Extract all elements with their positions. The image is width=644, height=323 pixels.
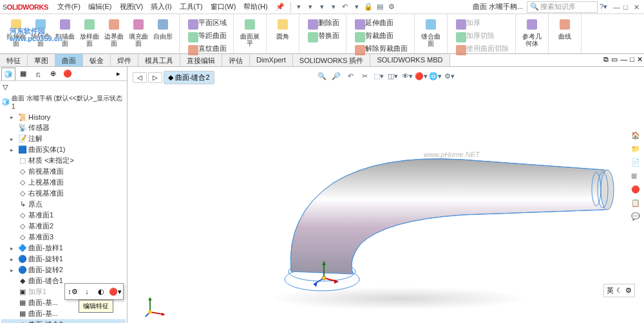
filter-icon[interactable]: ▽: [3, 83, 8, 91]
select-icon[interactable]: ▾: [351, 1, 363, 13]
graphics-viewport[interactable]: ◁ ▷ ◆ 曲面-缝合2 🔍 🔎 ↶ ✂ ⬚▾ ◫▾ 👁▾ 🔴▾ 🌐▾ ⚙▾: [128, 67, 644, 323]
appearance-icon[interactable]: 🔴▾: [109, 285, 122, 298]
tab-DimXpert[interactable]: DimXpert: [250, 54, 293, 66]
ribbon-直纹曲面[interactable]: 直纹曲面: [185, 42, 228, 54]
search-knowledge-base[interactable]: 🔍 搜索知识库: [527, 1, 598, 13]
help-icon[interactable]: ?▾: [598, 1, 609, 13]
print-icon[interactable]: ▾: [328, 1, 339, 13]
feature-tree-tab-icon[interactable]: 🧊: [1, 68, 15, 80]
tree-item[interactable]: ▸🟦曲面实体(1): [1, 144, 126, 155]
zoom-fit-icon[interactable]: 🔍: [316, 69, 328, 82]
ime-gear-icon[interactable]: ⚙: [625, 286, 632, 295]
config-tab-icon[interactable]: ⎌: [31, 68, 45, 80]
tab-模具工具[interactable]: 模具工具: [138, 54, 180, 66]
new-icon[interactable]: ▾: [293, 1, 305, 13]
ribbon-加厚[interactable]: 加厚: [453, 17, 510, 28]
ribbon-填充曲面[interactable]: 填充曲面: [126, 15, 151, 52]
ime-lang[interactable]: 英: [607, 286, 614, 295]
ribbon-扫描曲面[interactable]: 扫描曲面: [53, 15, 77, 52]
mdi-min-icon[interactable]: ▭: [611, 55, 618, 64]
breadcrumb-back-icon[interactable]: ◁: [133, 72, 147, 83]
tree-item[interactable]: ◇前视基准面: [1, 166, 126, 177]
mdi-max-icon[interactable]: —: [620, 55, 627, 64]
suppress-icon[interactable]: ↓: [80, 285, 93, 298]
ribbon-旋转曲面[interactable]: 旋转曲面: [28, 15, 53, 52]
edit-feature-icon[interactable]: ↕⚙: [66, 285, 79, 298]
ribbon-曲线[interactable]: 曲线: [553, 15, 577, 41]
ribbon-自由形[interactable]: 自由形: [151, 15, 175, 52]
tree-item[interactable]: ▸📜History: [1, 112, 126, 122]
design-lib-tab-icon[interactable]: 📁: [631, 145, 643, 156]
appearances-tab-icon[interactable]: 🔴: [631, 185, 643, 197]
ribbon-边界曲面[interactable]: 边界曲面: [102, 15, 126, 52]
view-triad[interactable]: [144, 295, 167, 318]
save-icon[interactable]: ▾: [316, 1, 328, 13]
menu-window[interactable]: 窗口(W): [207, 1, 240, 13]
mdi-restore-icon[interactable]: ⧉: [603, 55, 609, 64]
rebuild-icon[interactable]: 🔒: [363, 1, 374, 13]
open-icon[interactable]: ▾: [305, 1, 316, 13]
breadcrumb-current[interactable]: ◆ 曲面-缝合2: [164, 71, 214, 84]
tab-SOLIDWORKS MBD[interactable]: SOLIDWORKS MBD: [370, 54, 450, 66]
menu-help[interactable]: 帮助(H): [240, 1, 271, 13]
tab-特征[interactable]: 特征: [0, 54, 28, 66]
tab-曲面[interactable]: 曲面: [55, 54, 83, 66]
close-icon[interactable]: ✕: [634, 3, 641, 11]
menu-tools[interactable]: 工具(T): [176, 1, 207, 13]
menu-view[interactable]: 视图(V): [116, 1, 147, 13]
ime-moon-icon[interactable]: ☾: [616, 286, 623, 295]
ribbon-圆角[interactable]: 圆角: [270, 15, 295, 41]
ime-status-bar[interactable]: 英 ☾ ⚙: [603, 284, 635, 297]
tree-item[interactable]: ▸🔵曲面-旋转2: [1, 264, 126, 275]
ribbon-加厚切除[interactable]: 加厚切除: [453, 30, 510, 41]
tree-item[interactable]: ⬚材质 <未指定>: [1, 155, 126, 166]
tree-item[interactable]: ◇右视基准面: [1, 188, 126, 199]
apply-scene-icon[interactable]: 🌐▾: [429, 69, 442, 82]
ribbon-替换面[interactable]: 替换面: [305, 30, 341, 41]
ribbon-曲面展平[interactable]: 曲面展平: [238, 15, 262, 48]
breadcrumb-fwd-icon[interactable]: ▷: [148, 72, 162, 83]
tree-item[interactable]: ▸🔷曲面-放样1: [1, 243, 126, 254]
ribbon-缝合曲面[interactable]: 缝合曲面: [419, 15, 443, 48]
maximize-icon[interactable]: □: [623, 3, 631, 11]
ribbon-使用曲面切除[interactable]: 使用曲面切除: [453, 42, 510, 54]
tree-item[interactable]: ◇基准面3: [1, 232, 126, 243]
ribbon-解除剪裁曲面[interactable]: 解除剪裁曲面: [352, 42, 409, 54]
settings-icon[interactable]: ⚙: [386, 1, 397, 13]
zoom-area-icon[interactable]: 🔎: [330, 69, 343, 82]
tree-item[interactable]: ↳原点: [1, 199, 126, 210]
menu-edit[interactable]: 编辑(E): [84, 1, 116, 13]
ribbon-剪裁曲面[interactable]: 剪裁曲面: [352, 30, 409, 41]
view-settings-icon[interactable]: ⚙▾: [443, 69, 456, 82]
tab-焊件[interactable]: 焊件: [111, 54, 138, 66]
tab-评估[interactable]: 评估: [222, 54, 250, 66]
edit-appearance-icon[interactable]: 🔴▾: [415, 69, 428, 82]
custom-props-tab-icon[interactable]: 📋: [631, 199, 643, 210]
minimize-icon[interactable]: —: [613, 3, 621, 11]
ribbon-参考几何体[interactable]: 参考几何体: [520, 15, 544, 48]
file-explorer-tab-icon[interactable]: 📄: [631, 158, 643, 170]
menu-insert[interactable]: 插入(I): [147, 1, 175, 13]
display-style-icon[interactable]: ◫▾: [386, 69, 399, 82]
ribbon-放样曲面[interactable]: 放样曲面: [77, 15, 102, 52]
options-dropdown-icon[interactable]: ▤: [374, 1, 386, 13]
tree-root[interactable]: 🧊 曲面 水嘴手柄 (默认<<默认>_显示状态 1: [0, 93, 127, 111]
appearance-tab-icon[interactable]: 🔴: [61, 68, 75, 80]
property-tab-icon[interactable]: ▦: [16, 68, 30, 80]
ribbon-等距曲面[interactable]: 等距曲面: [185, 30, 228, 41]
tree-item[interactable]: ◇基准面1: [1, 210, 126, 221]
expand-icon[interactable]: ▸: [111, 68, 126, 80]
hide-show-icon[interactable]: 👁▾: [401, 69, 413, 82]
undo-icon[interactable]: ↶: [339, 1, 351, 13]
section-view-icon[interactable]: ✂: [358, 69, 371, 82]
view-palette-tab-icon[interactable]: ⊞: [631, 172, 643, 183]
ribbon-延伸曲面[interactable]: 延伸曲面: [352, 17, 409, 28]
tab-钣金[interactable]: 钣金: [83, 54, 111, 66]
ribbon-平面区域[interactable]: 平面区域: [185, 17, 228, 28]
view-orient-icon[interactable]: ⬚▾: [372, 69, 385, 82]
tree-item[interactable]: 📡传感器: [1, 122, 126, 133]
tab-草图[interactable]: 草图: [28, 54, 55, 66]
tree-item[interactable]: ◇基准面2: [1, 221, 126, 232]
tree-item[interactable]: ◆曲面-缝合2: [1, 319, 126, 323]
ribbon-拉伸曲面[interactable]: 拉伸曲面: [4, 15, 28, 52]
